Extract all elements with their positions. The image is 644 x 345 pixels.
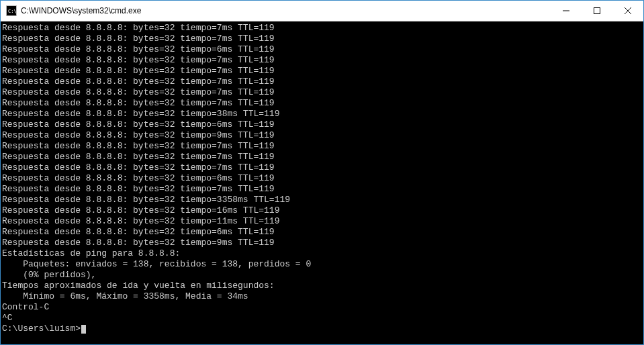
svg-text:C:\: C:\ — [8, 9, 17, 14]
prompt-text: C:\Users\luism> — [2, 324, 81, 334]
ping-reply-line: Respuesta desde 8.8.8.8: bytes=32 tiempo… — [2, 152, 643, 162]
ping-reply-line: Respuesta desde 8.8.8.8: bytes=32 tiempo… — [2, 130, 643, 141]
ping-reply-line: Respuesta desde 8.8.8.8: bytes=32 tiempo… — [2, 141, 643, 152]
ping-reply-line: Respuesta desde 8.8.8.8: bytes=32 tiempo… — [2, 77, 643, 87]
ping-reply-line: Respuesta desde 8.8.8.8: bytes=32 tiempo… — [2, 66, 643, 77]
cursor — [81, 325, 86, 334]
svg-rect-4 — [594, 8, 600, 14]
titlebar[interactable]: C:\ C:\WINDOWS\system32\cmd.exe — [1, 1, 643, 21]
ping-reply-line: Respuesta desde 8.8.8.8: bytes=32 tiempo… — [2, 87, 643, 98]
close-button[interactable] — [612, 1, 643, 21]
ping-reply-line: Respuesta desde 8.8.8.8: bytes=32 tiempo… — [2, 44, 643, 55]
packets-line: Paquetes: enviados = 138, recibidos = 13… — [2, 259, 643, 270]
lost-pct-line: (0% perdidos), — [2, 270, 643, 281]
stats-header: Estadísticas de ping para 8.8.8.8: — [2, 248, 643, 259]
cmd-icon: C:\ — [6, 5, 17, 16]
ping-reply-line: Respuesta desde 8.8.8.8: bytes=32 tiempo… — [2, 55, 643, 66]
ping-reply-line: Respuesta desde 8.8.8.8: bytes=32 tiempo… — [2, 23, 643, 34]
rtt-header: Tiempos aproximados de ida y vuelta en m… — [2, 281, 643, 291]
ping-reply-line: Respuesta desde 8.8.8.8: bytes=32 tiempo… — [2, 195, 643, 205]
maximize-button[interactable] — [582, 1, 612, 21]
window-title: C:\WINDOWS\system32\cmd.exe — [21, 6, 141, 15]
ping-reply-line: Respuesta desde 8.8.8.8: bytes=32 tiempo… — [2, 205, 643, 216]
caret-c-line: ^C — [2, 313, 643, 324]
ping-reply-line: Respuesta desde 8.8.8.8: bytes=32 tiempo… — [2, 119, 643, 130]
rtt-line: Mínimo = 6ms, Máximo = 3358ms, Media = 3… — [2, 291, 643, 302]
ping-reply-line: Respuesta desde 8.8.8.8: bytes=32 tiempo… — [2, 216, 643, 227]
prompt-line[interactable]: C:\Users\luism> — [2, 324, 643, 334]
terminal-output[interactable]: Respuesta desde 8.8.8.8: bytes=32 tiempo… — [1, 21, 643, 344]
cmd-window: C:\ C:\WINDOWS\system32\cmd.exe Respuest… — [0, 0, 644, 345]
ping-reply-line: Respuesta desde 8.8.8.8: bytes=32 tiempo… — [2, 109, 643, 119]
control-c-line: Control-C — [2, 302, 643, 313]
ping-reply-line: Respuesta desde 8.8.8.8: bytes=32 tiempo… — [2, 173, 643, 184]
ping-reply-line: Respuesta desde 8.8.8.8: bytes=32 tiempo… — [2, 238, 643, 248]
ping-reply-line: Respuesta desde 8.8.8.8: bytes=32 tiempo… — [2, 162, 643, 173]
ping-reply-line: Respuesta desde 8.8.8.8: bytes=32 tiempo… — [2, 184, 643, 195]
ping-reply-line: Respuesta desde 8.8.8.8: bytes=32 tiempo… — [2, 34, 643, 44]
ping-reply-line: Respuesta desde 8.8.8.8: bytes=32 tiempo… — [2, 98, 643, 109]
minimize-button[interactable] — [551, 1, 582, 21]
ping-reply-line: Respuesta desde 8.8.8.8: bytes=32 tiempo… — [2, 227, 643, 238]
